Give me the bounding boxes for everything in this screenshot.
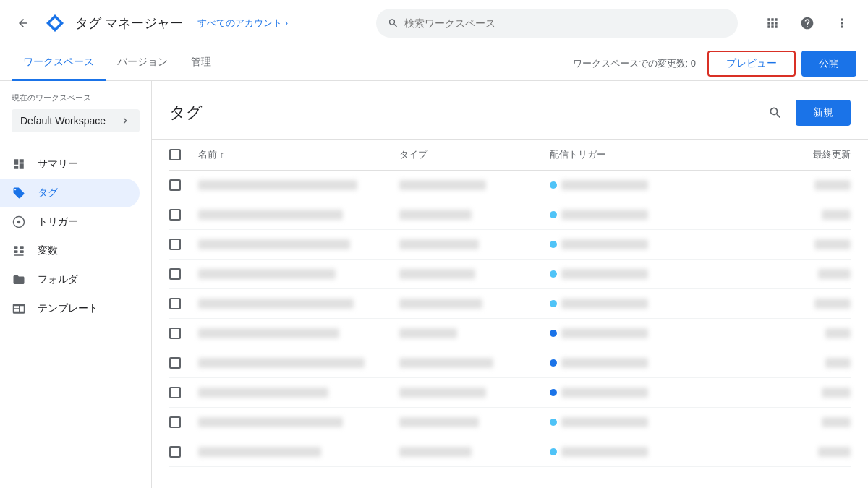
row-checkbox[interactable] <box>169 446 181 458</box>
row-checkbox[interactable] <box>169 357 181 369</box>
row-checkbox[interactable] <box>169 209 181 221</box>
row-name <box>198 388 399 398</box>
row-type <box>399 447 550 457</box>
main-layout: 現在のワークスペース Default Workspace サマリー タグ <box>0 81 868 488</box>
top-bar: タグ マネージャー すべてのアカウント › <box>0 0 868 46</box>
svg-rect-6 <box>14 250 17 253</box>
row-updated <box>750 210 851 220</box>
sidebar-item-tags[interactable]: タグ <box>0 179 140 207</box>
row-name <box>198 210 399 220</box>
workspace-change-count: ワークスペースでの変更数: 0 <box>573 57 696 70</box>
row-name <box>198 269 399 279</box>
row-checkbox[interactable] <box>169 416 181 428</box>
row-checkbox-col <box>169 268 198 280</box>
row-checkbox[interactable] <box>169 239 181 250</box>
row-updated <box>750 180 851 190</box>
row-type <box>399 239 550 249</box>
back-button[interactable] <box>12 12 35 35</box>
publish-button[interactable]: 公開 <box>801 51 856 77</box>
help-icon-button[interactable] <box>793 9 822 38</box>
sidebar-nav: サマリー タグ トリガー 変数 <box>0 150 151 323</box>
row-trigger <box>550 299 751 309</box>
row-name <box>198 358 399 368</box>
table-row[interactable] <box>169 378 851 408</box>
sidebar-label-tags: タグ <box>38 187 58 200</box>
row-checkbox[interactable] <box>169 328 181 339</box>
table-row[interactable] <box>169 171 851 200</box>
content-title: タグ <box>169 102 203 124</box>
table-search-button[interactable] <box>761 98 790 127</box>
row-type <box>399 299 550 309</box>
row-name <box>198 299 399 309</box>
top-icons <box>758 9 856 38</box>
row-type <box>399 269 550 279</box>
sidebar-item-triggers[interactable]: トリガー <box>0 207 140 236</box>
search-input[interactable] <box>404 17 726 29</box>
row-type <box>399 210 550 220</box>
table-row[interactable] <box>169 319 851 348</box>
new-tag-button[interactable]: 新規 <box>796 100 851 126</box>
row-checkbox[interactable] <box>169 179 181 191</box>
search-bar <box>376 9 738 38</box>
template-icon <box>12 301 26 316</box>
chevron-right-icon <box>119 115 131 127</box>
trigger-icon <box>12 215 26 229</box>
sidebar-item-folder[interactable]: フォルダ <box>0 265 140 294</box>
table-row[interactable] <box>169 260 851 289</box>
preview-button[interactable]: プレビュー <box>707 51 796 77</box>
search-table-icon <box>768 106 783 120</box>
summary-icon <box>12 157 26 171</box>
tab-admin[interactable]: 管理 <box>179 46 223 81</box>
header-checkbox-col <box>169 149 198 160</box>
row-checkbox-col <box>169 179 198 191</box>
workspace-selector[interactable]: Default Workspace <box>12 109 140 132</box>
sidebar: 現在のワークスペース Default Workspace サマリー タグ <box>0 81 152 488</box>
header-trigger: 配信トリガー <box>550 148 751 161</box>
row-updated <box>750 388 851 398</box>
content-actions: 新規 <box>761 98 851 127</box>
header-type: タイプ <box>399 148 550 161</box>
sidebar-label-template: テンプレート <box>38 302 98 315</box>
app-logo <box>43 12 67 35</box>
sidebar-item-variables[interactable]: 変数 <box>0 236 140 265</box>
svg-rect-5 <box>20 246 24 249</box>
tab-workspace[interactable]: ワークスペース <box>12 46 106 81</box>
sidebar-item-summary[interactable]: サマリー <box>0 150 140 179</box>
select-all-checkbox[interactable] <box>169 149 181 160</box>
tag-icon <box>12 186 26 200</box>
tab-version[interactable]: バージョン <box>106 46 179 81</box>
row-name <box>198 239 399 249</box>
row-trigger <box>550 447 751 457</box>
row-checkbox[interactable] <box>169 387 181 398</box>
row-trigger <box>550 239 751 249</box>
nav-tabs: ワークスペース バージョン 管理 ワークスペースでの変更数: 0 プレビュー 公… <box>0 46 868 81</box>
content-area: タグ 新規 名前 ↑ タイプ 配信トリガー 最終更新 <box>152 81 868 488</box>
workspace-section: 現在のワークスペース Default Workspace <box>0 93 151 144</box>
header-name[interactable]: 名前 ↑ <box>198 148 399 161</box>
apps-icon-button[interactable] <box>758 9 787 38</box>
account-breadcrumb[interactable]: すべてのアカウント › <box>197 17 288 30</box>
help-icon <box>800 16 814 30</box>
table-row[interactable] <box>169 230 851 260</box>
svg-point-3 <box>17 221 21 224</box>
row-checkbox-col <box>169 387 198 398</box>
apps-icon <box>765 16 780 30</box>
row-checkbox[interactable] <box>169 268 181 280</box>
row-checkbox[interactable] <box>169 298 181 309</box>
row-checkbox-col <box>169 416 198 428</box>
workspace-label: 現在のワークスペース <box>12 93 140 103</box>
sidebar-item-template[interactable]: テンプレート <box>0 294 140 323</box>
more-icon-button[interactable] <box>827 9 856 38</box>
table-row[interactable] <box>169 200 851 230</box>
more-vert-icon <box>835 16 849 30</box>
table-row[interactable] <box>169 437 851 467</box>
table-row[interactable] <box>169 408 851 437</box>
table-row[interactable] <box>169 348 851 378</box>
table-row[interactable] <box>169 289 851 319</box>
row-type <box>399 328 550 338</box>
row-checkbox-col <box>169 209 198 221</box>
svg-rect-7 <box>20 250 24 253</box>
row-type <box>399 417 550 427</box>
workspace-name: Default Workspace <box>20 115 106 127</box>
header-updated: 最終更新 <box>750 148 851 161</box>
